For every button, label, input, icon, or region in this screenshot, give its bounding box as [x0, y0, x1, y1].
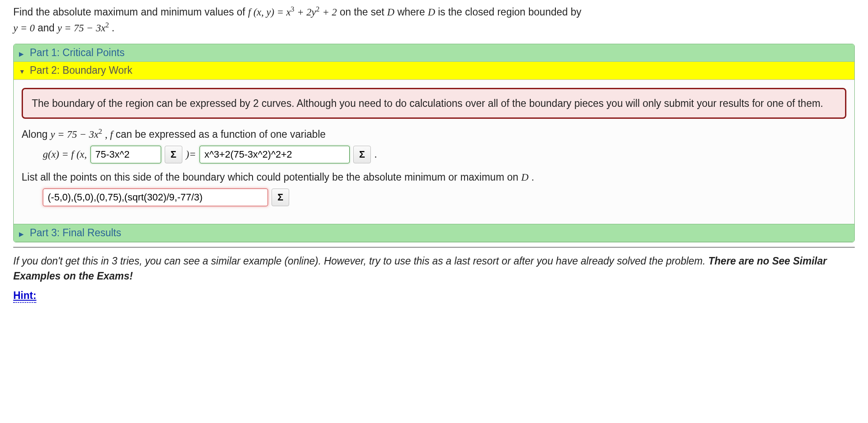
- gx-label: g(x) = f (x,: [43, 149, 87, 160]
- prompt-fxy: f (x, y) = x: [248, 7, 291, 18]
- sigma-icon: Σ: [277, 192, 283, 203]
- part1-title: Part 1: Critical Points: [30, 47, 125, 58]
- boundary-warning: The boundary of the region can be expres…: [22, 88, 846, 119]
- along-text: Along y = 75 − 3x2 , f can be expressed …: [22, 128, 846, 140]
- part2-title: Part 2: Boundary Work: [30, 64, 132, 76]
- problem-prompt: Find the absolute maximum and minimum va…: [13, 4, 855, 36]
- gx-expression-input[interactable]: [200, 146, 350, 163]
- parts-accordion: ▶ Part 1: Critical Points ▼ Part 2: Boun…: [13, 44, 855, 242]
- prompt-pre: Find the absolute maximum and minimum va…: [13, 6, 248, 18]
- sigma-icon: Σ: [359, 149, 365, 160]
- close-equals: )=: [186, 149, 196, 160]
- part2-body: The boundary of the region can be expres…: [14, 79, 854, 224]
- triangle-down-icon: ▼: [19, 68, 27, 75]
- sigma-button-1[interactable]: Σ: [165, 146, 182, 163]
- gx-row: g(x) = f (x, Σ )= Σ .: [43, 146, 846, 163]
- separator: [13, 247, 855, 248]
- sigma-button-2[interactable]: Σ: [353, 146, 371, 163]
- triangle-right-icon: ▶: [19, 230, 27, 238]
- part1-header[interactable]: ▶ Part 1: Critical Points: [14, 44, 854, 62]
- y-substitution-input[interactable]: [91, 146, 161, 163]
- footer-note: If you don't get this in 3 tries, you ca…: [13, 254, 855, 283]
- part2-header[interactable]: ▼ Part 2: Boundary Work: [14, 62, 854, 79]
- hint-link[interactable]: Hint:: [13, 290, 36, 303]
- trailing-dot: .: [374, 149, 377, 160]
- boundary-points-input[interactable]: [43, 189, 268, 206]
- points-row: Σ: [43, 189, 846, 206]
- part3-title: Part 3: Final Results: [30, 227, 121, 238]
- list-points-text: List all the points on this side of the …: [22, 171, 846, 183]
- triangle-right-icon: ▶: [19, 50, 27, 57]
- sigma-button-3[interactable]: Σ: [272, 189, 289, 206]
- sigma-icon: Σ: [170, 149, 176, 160]
- part3-header[interactable]: ▶ Part 3: Final Results: [14, 224, 854, 242]
